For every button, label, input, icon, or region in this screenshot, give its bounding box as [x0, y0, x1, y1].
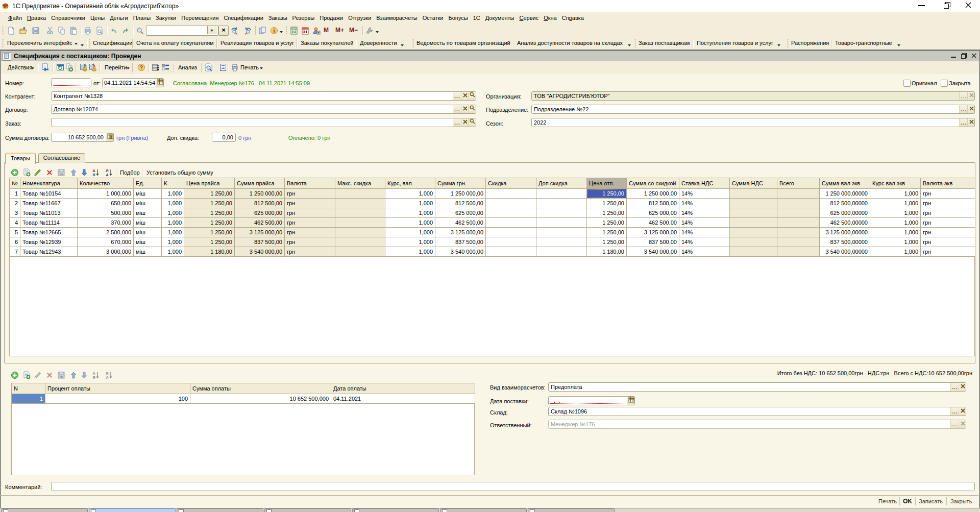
svg-text:А: А: [106, 173, 109, 177]
svg-text:31: 31: [303, 30, 308, 34]
svg-text:ток: ток: [59, 173, 63, 176]
svg-text:?: ?: [140, 65, 143, 70]
svg-text:Я: Я: [92, 173, 95, 177]
svg-text:1С: 1С: [3, 5, 8, 9]
